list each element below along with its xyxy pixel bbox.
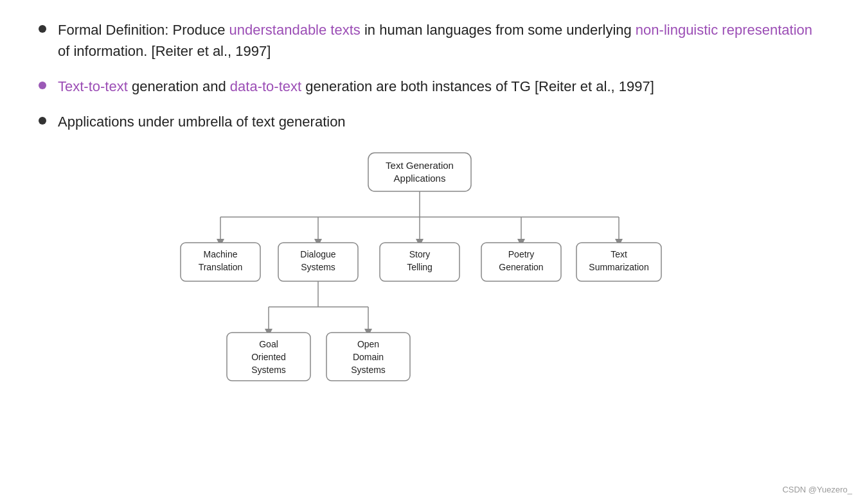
svg-text:Domain: Domain bbox=[353, 352, 384, 362]
bullet-list: Formal Definition: Produce understandabl… bbox=[39, 19, 826, 132]
bullet-text-2: Text-to-text generation and data-to-text… bbox=[58, 76, 826, 97]
bullet-item-2: Text-to-text generation and data-to-text… bbox=[39, 76, 826, 97]
svg-text:Summarization: Summarization bbox=[589, 262, 648, 272]
bullet-text-3: Applications under umbrella of text gene… bbox=[58, 111, 826, 132]
svg-text:Systems: Systems bbox=[251, 365, 286, 375]
svg-text:Telling: Telling bbox=[407, 262, 433, 272]
watermark: CSDN @Yuezero_ bbox=[782, 485, 852, 494]
bullet-dot-2 bbox=[39, 82, 46, 89]
bullet-text-1: Formal Definition: Produce understandabl… bbox=[58, 19, 826, 62]
svg-text:Poetry: Poetry bbox=[508, 249, 534, 259]
svg-text:Generation: Generation bbox=[499, 262, 543, 272]
svg-text:Dialogue: Dialogue bbox=[300, 249, 335, 259]
svg-rect-0 bbox=[368, 153, 471, 191]
svg-text:Machine: Machine bbox=[204, 249, 238, 259]
understandable-texts: understandable texts bbox=[229, 22, 361, 38]
non-linguistic-representation: non-linguistic representation bbox=[636, 22, 812, 38]
data-to-text: data-to-text bbox=[230, 78, 301, 94]
svg-text:Translation: Translation bbox=[199, 262, 243, 272]
svg-text:Text: Text bbox=[611, 249, 627, 259]
bullet-dot-3 bbox=[39, 117, 46, 125]
svg-text:Applications: Applications bbox=[394, 173, 446, 184]
diagram-area: Text Generation Applications Machine Tra… bbox=[39, 146, 826, 390]
svg-text:Goal: Goal bbox=[259, 339, 278, 349]
svg-text:Systems: Systems bbox=[351, 365, 386, 375]
svg-text:Text Generation: Text Generation bbox=[386, 160, 454, 171]
bullet-item-1: Formal Definition: Produce understandabl… bbox=[39, 19, 826, 62]
bullet-dot-1 bbox=[39, 25, 46, 33]
svg-text:Story: Story bbox=[409, 249, 431, 259]
text-to-text: Text-to-text bbox=[58, 78, 128, 94]
svg-text:Oriented: Oriented bbox=[251, 352, 286, 362]
tree-diagram: Text Generation Applications Machine Tra… bbox=[169, 146, 696, 390]
bullet-item-3: Applications under umbrella of text gene… bbox=[39, 111, 826, 132]
svg-text:Open: Open bbox=[357, 339, 379, 349]
svg-text:Systems: Systems bbox=[301, 262, 335, 272]
